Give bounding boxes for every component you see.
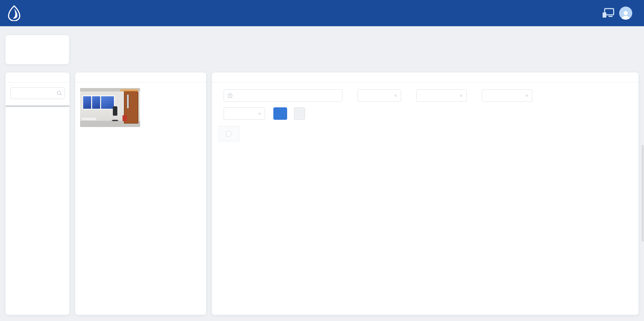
reset-button[interactable] — [294, 107, 305, 120]
top-navbar — [0, 0, 644, 26]
alarm-time-range-input[interactable] — [224, 89, 342, 102]
search-icon — [57, 90, 62, 96]
monitor-list-panel: ∨ ∨ ∨ ∨ — [212, 72, 639, 315]
alarm-type-select[interactable]: ∨ — [416, 89, 467, 102]
region-panel-title — [6, 72, 69, 82]
chevron-down-icon: ∨ — [394, 94, 397, 97]
chevron-down-icon: ∨ — [460, 94, 463, 97]
monitor-view-panel — [75, 72, 206, 315]
monitor-devices-icon[interactable] — [602, 8, 614, 18]
chevron-down-icon: ∨ — [525, 94, 528, 97]
overview-title-card — [6, 35, 69, 64]
egg-logo-icon — [8, 5, 21, 21]
asiainfo-logo — [8, 5, 23, 21]
page-scrollbar[interactable] — [642, 145, 644, 242]
list-panel-title — [212, 72, 639, 82]
station-select[interactable]: ∨ — [358, 89, 401, 102]
overview-cards — [6, 35, 644, 64]
select-all-checkbox[interactable] — [226, 131, 231, 136]
tree-scrollbar[interactable] — [6, 105, 69, 107]
camera-preview[interactable] — [80, 88, 140, 127]
alarm-table — [218, 126, 633, 142]
user-avatar[interactable] — [619, 7, 632, 20]
region-list-panel — [6, 72, 69, 315]
status-select[interactable]: ∨ — [482, 89, 532, 102]
supervise-select[interactable]: ∨ — [224, 107, 265, 120]
monitor-panel-title — [75, 72, 206, 82]
pagination — [212, 142, 639, 147]
search-button[interactable] — [273, 107, 287, 120]
chevron-down-icon: ∨ — [258, 111, 261, 115]
clock-icon — [227, 93, 233, 98]
